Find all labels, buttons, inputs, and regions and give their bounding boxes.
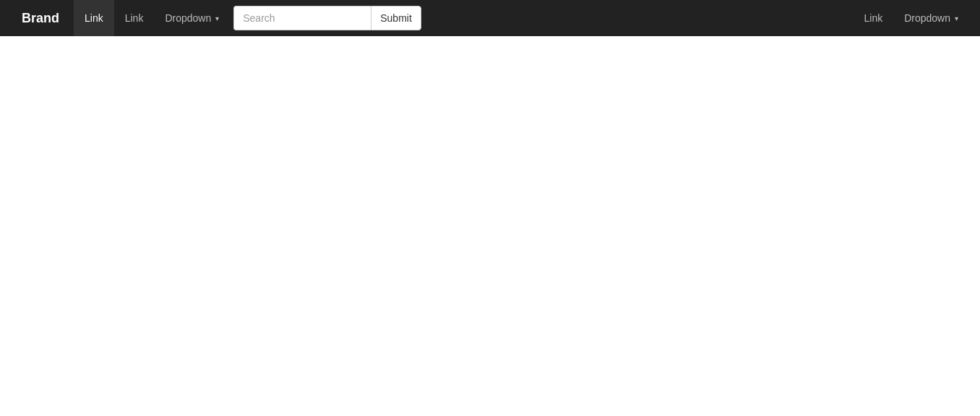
page-content — [0, 36, 980, 416]
submit-button[interactable]: Submit — [371, 6, 421, 30]
chevron-down-icon: ▾ — [215, 14, 219, 22]
nav-link-right-1[interactable]: Link — [853, 0, 893, 36]
navbar: Brand Link Link Dropdown ▾ Submit Link D… — [0, 0, 980, 36]
nav-link-2[interactable]: Link — [114, 0, 155, 36]
navbar-brand[interactable]: Brand — [11, 0, 70, 37]
nav-link-1-active[interactable]: Link — [74, 0, 114, 36]
nav-dropdown-left-label: Dropdown — [165, 12, 211, 24]
navbar-left: Brand Link Link Dropdown ▾ Submit — [11, 0, 853, 37]
chevron-down-icon-right: ▾ — [955, 14, 958, 22]
search-form: Submit — [233, 6, 421, 30]
navbar-right: Link Dropdown ▾ — [853, 0, 969, 36]
nav-dropdown-left[interactable]: Dropdown ▾ — [154, 0, 230, 36]
nav-dropdown-right[interactable]: Dropdown ▾ — [893, 0, 969, 36]
search-input[interactable] — [233, 6, 371, 30]
nav-dropdown-right-label: Dropdown — [904, 12, 950, 24]
